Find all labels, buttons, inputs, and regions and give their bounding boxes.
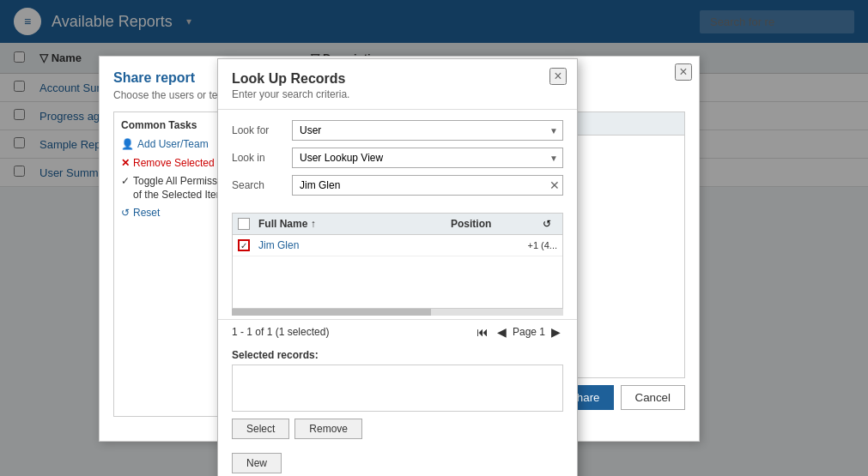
- pagination-info: 1 - 1 of 1 (1 selected): [232, 326, 329, 338]
- scrollbar-thumb[interactable]: [232, 309, 431, 316]
- search-input[interactable]: [292, 175, 563, 196]
- remove-button[interactable]: Remove: [294, 419, 362, 439]
- check-icon: ✓: [121, 175, 130, 189]
- look-for-select[interactable]: User: [292, 120, 563, 141]
- look-for-row: Look for User: [232, 120, 563, 141]
- full-name-col-header: Full Name ↑: [258, 218, 451, 230]
- row-checkbox[interactable]: [238, 239, 250, 251]
- lookup-pagination: 1 - 1 of 1 (1 selected) ⏮ ◀ Page 1 ▶: [218, 319, 577, 344]
- pagination-nav: ⏮ ◀ Page 1 ▶: [474, 325, 563, 339]
- search-clear-icon[interactable]: ✕: [549, 178, 560, 192]
- share-panel-cancel-button[interactable]: Cancel: [621, 385, 686, 410]
- refresh-icon[interactable]: ↺: [537, 218, 557, 230]
- position-col-header: Position: [451, 218, 537, 230]
- next-page-button[interactable]: ▶: [549, 325, 563, 339]
- look-in-row: Look in User Lookup View: [232, 148, 563, 168]
- person-add-icon: 👤: [121, 138, 134, 152]
- first-page-button[interactable]: ⏮: [474, 325, 491, 339]
- select-all-header[interactable]: [238, 218, 258, 230]
- select-button[interactable]: Select: [232, 419, 289, 439]
- lookup-actions: Select Remove: [218, 412, 577, 446]
- lookup-result-row[interactable]: Jim Glen +1 (4...: [233, 235, 562, 256]
- lookup-subtitle: Enter your search criteria.: [232, 88, 563, 100]
- result-name: Jim Glen: [258, 239, 527, 251]
- selected-records-label: Selected records:: [218, 344, 577, 365]
- look-in-select[interactable]: User Lookup View: [292, 148, 563, 168]
- look-in-label: Look in: [232, 152, 292, 164]
- lookup-form: Look for User Look in User Lookup View S…: [218, 110, 577, 213]
- lookup-table-header: Full Name ↑ Position ↺: [233, 214, 562, 235]
- share-panel-close-button[interactable]: ×: [675, 63, 692, 81]
- search-label: Search: [232, 179, 292, 191]
- remove-x-icon: ✕: [121, 157, 130, 171]
- selected-records-box: [232, 365, 563, 412]
- search-wrap: ✕: [292, 175, 563, 196]
- lookup-title: Look Up Records: [232, 71, 563, 87]
- lookup-results-table: Full Name ↑ Position ↺ Jim Glen +1 (4...: [232, 213, 563, 309]
- prev-page-button[interactable]: ◀: [495, 325, 509, 339]
- look-for-select-wrap[interactable]: User: [292, 120, 563, 141]
- lookup-close-button[interactable]: ×: [549, 68, 567, 85]
- page-label: Page 1: [513, 326, 545, 338]
- look-in-select-wrap[interactable]: User Lookup View: [292, 148, 563, 168]
- search-row: Search ✕: [232, 175, 563, 196]
- lookup-new-action: New: [218, 446, 577, 476]
- reset-icon: ↺: [121, 207, 130, 220]
- lookup-header: Look Up Records Enter your search criter…: [218, 59, 577, 110]
- look-for-label: Look for: [232, 124, 292, 136]
- new-button[interactable]: New: [232, 453, 282, 473]
- result-phone: +1 (4...: [527, 240, 557, 250]
- lookup-dialog: Look Up Records Enter your search criter…: [217, 58, 578, 476]
- horizontal-scrollbar[interactable]: [232, 309, 563, 316]
